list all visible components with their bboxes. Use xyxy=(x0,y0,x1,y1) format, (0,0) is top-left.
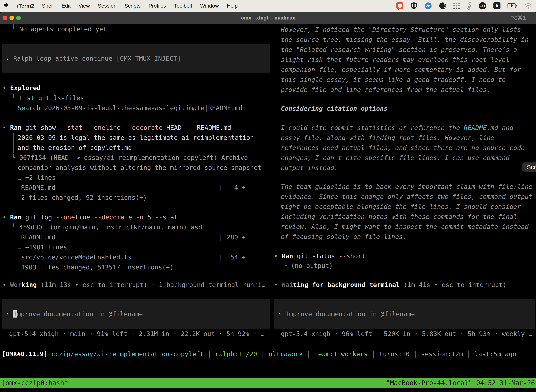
diffstat-summary: 1903 files changed, 513517 insertions(+) xyxy=(21,262,174,272)
menu-item-session[interactable]: Session xyxy=(98,3,117,9)
model-status-line-left: gpt-5.4 xhigh · main · 91% left · 2.31M … xyxy=(9,329,264,339)
bullet-icon: • xyxy=(274,252,282,260)
wifi-icon[interactable] xyxy=(524,3,532,9)
omx-version-badge: [OMX#0.11.9] xyxy=(2,350,48,358)
menu-item-iterm2[interactable]: iTerm2 xyxy=(17,3,34,9)
input-draft-text: mprove documentation in @filename xyxy=(17,310,143,317)
tree-corner: └ xyxy=(283,262,291,269)
reasoning-line: this single essay, it seems like a good … xyxy=(281,75,506,85)
ran-git-status-line: • Ran git status --short xyxy=(274,251,365,261)
reasoning-line: provide file and line references from th… xyxy=(281,85,490,95)
menu-status-icons: ..61 A xyxy=(396,2,532,10)
tree-corner: └ xyxy=(12,224,19,231)
prompt-input-left[interactable]: › Improve documentation in @filename xyxy=(2,299,270,329)
tree-guide xyxy=(13,133,14,153)
filename-wrap-line: 2026-03-09-is-legal-the-same-as-legitima… xyxy=(18,133,258,143)
reasoning-line: evidence. Since this change only affects… xyxy=(281,191,532,202)
reasoning-line: slight risk that future readers may over… xyxy=(281,55,509,65)
percent-badge-icon[interactable]: ..61 xyxy=(479,2,486,9)
diffstat-line: README.md| 4 + xyxy=(21,182,272,192)
menu-item-view[interactable]: View xyxy=(79,3,90,9)
reasoning-line: companion file, especially if more comme… xyxy=(281,65,521,75)
omx-team-workers: team:1 workers xyxy=(314,350,368,358)
pane-bottom-border-active xyxy=(0,344,272,344)
tmux-session-window[interactable]: [omx-cczip0:bash* xyxy=(1,378,68,388)
explored-line: • Explored xyxy=(2,83,41,93)
ralph-loop-banner[interactable]: › Ralph loop active continue [OMX_TMUX_I… xyxy=(2,44,270,73)
reasoning-line: output instead. xyxy=(281,163,338,173)
commit-line: └ 067f154 (HEAD -> essay/ai-reimplementa… xyxy=(12,153,248,163)
menu-item-window[interactable]: Window xyxy=(200,3,219,9)
assistant-app-icon[interactable]: A xyxy=(493,2,500,9)
menu-item-scripts[interactable]: Scripts xyxy=(124,3,141,9)
prompt-input-right[interactable]: › Improve documentation in @filename xyxy=(274,299,535,329)
more-lines-indicator[interactable]: … +2 lines xyxy=(18,173,56,182)
more-lines-indicator[interactable]: … +1901 lines xyxy=(18,242,67,252)
working-status-line: • Working (11m 13s • esc to interrupt) ·… xyxy=(2,280,266,290)
reasoning-heading: Considering citation options xyxy=(281,103,388,113)
tree-corner: └ xyxy=(12,94,19,102)
bullet-icon: • xyxy=(2,124,10,131)
input-draft-text: Improve documentation in @filename xyxy=(285,310,415,317)
filename-wrap-line: and-the-erosion-of-copyleft.md xyxy=(18,143,132,153)
tree-corner: └ xyxy=(12,154,19,161)
bullet-icon: • xyxy=(2,281,10,288)
bullet-icon: • xyxy=(2,214,10,221)
omx-session-time: session:12m xyxy=(421,350,463,358)
reasoning-line: However, I noticed the "Directory Struct… xyxy=(281,25,521,35)
readme-link[interactable]: README.md xyxy=(464,124,498,131)
dots-grid-icon[interactable] xyxy=(453,2,460,9)
window-shortcut-badge: ⌥⌘1 xyxy=(511,12,526,24)
menu-item-shell[interactable]: Shell xyxy=(42,3,54,9)
screen-share-overlay-button[interactable]: Scre xyxy=(522,163,536,172)
reasoning-line: I could cite commit statistics or refere… xyxy=(281,123,513,133)
messenger-icon[interactable] xyxy=(425,2,432,9)
bullet-icon: • xyxy=(274,281,282,288)
waiting-status-line: • Waiting for background terminal (1m 41… xyxy=(274,280,507,290)
window-title-bar: omx --xhigh --madmax ⌥⌘1 xyxy=(0,12,536,24)
squiggle-icon[interactable] xyxy=(467,2,472,10)
ralph-loop-text: Ralph loop active continue [OMX_TMUX_INJ… xyxy=(13,55,181,62)
omx-branch-path: cczip/essay/ai-reimplementation-copyleft xyxy=(51,350,204,358)
reasoning-line: references need actual files, and since … xyxy=(281,143,525,153)
model-status-line-right: gpt-5.4 xhigh · 96% left · 520K in · 5.8… xyxy=(281,329,532,339)
terminal-content: └ No agents completed yet › Ralph loop a… xyxy=(0,24,536,392)
no-agents-line: └ No agents completed yet xyxy=(12,24,107,34)
list-tool-line: └ List git ls-files xyxy=(12,93,84,103)
menu-item-help[interactable]: Help xyxy=(227,3,238,9)
shield-grid-icon[interactable] xyxy=(411,2,417,9)
diffstat-summary: 2 files changed, 92 insertions(+) xyxy=(21,192,147,202)
text-cursor: I xyxy=(13,310,17,317)
pane-bottom-border-inactive xyxy=(272,344,536,344)
search-tool-line: Search 2026-03-09-is-legal-the-same-as-l… xyxy=(18,103,243,113)
reasoning-line: The team guideline is to back every impo… xyxy=(281,182,532,191)
ran-git-log-line: • Ran git log --oneline --decorate -n 5 … xyxy=(2,212,178,222)
menu-item-edit[interactable]: Edit xyxy=(62,3,71,9)
omx-status-bar: [OMX#0.11.9] cczip/essay/ai-reimplementa… xyxy=(2,349,516,359)
reasoning-line: the source tree, missing the essay. Stil… xyxy=(281,35,529,45)
prompt-chevron-icon: › xyxy=(6,310,13,317)
pie-crescent-icon[interactable] xyxy=(439,2,446,9)
reasoning-line: changes, I can't cite specific file line… xyxy=(281,153,509,163)
omx-mode: ultrawork xyxy=(268,350,303,358)
menu-item-toolbelt[interactable]: Toolbelt xyxy=(174,3,192,9)
menu-item-profiles[interactable]: Profiles xyxy=(148,3,166,9)
omx-last-activity: last:5m ago xyxy=(474,350,516,358)
reasoning-line: including verification notes with those … xyxy=(281,212,517,222)
macos-menu-bar: iTerm2 Shell Edit View Session Scripts P… xyxy=(0,0,536,12)
omx-turns: turns:10 xyxy=(379,350,410,358)
reasoning-line: of focusing solely on file lines. xyxy=(281,232,407,242)
apple-menu-icon[interactable] xyxy=(4,3,9,9)
commit-line-wrap: companion analysis without altering the … xyxy=(18,163,262,173)
reasoning-line: might be acceptable alongside the file l… xyxy=(281,202,521,212)
reasoning-line: essay file, along with finding root file… xyxy=(281,133,494,143)
commit-line: └ 4b9d30f (origin/main, instructkr/main,… xyxy=(12,222,206,232)
window-title: omx --xhigh --madmax xyxy=(0,12,536,24)
left-pane: └ No agents completed yet › Ralph loop a… xyxy=(0,24,272,344)
reasoning-line: review. Also, I might want to inspect th… xyxy=(281,222,529,232)
chat-app-icon[interactable] xyxy=(396,2,403,9)
omx-ralph-counter: ralph:11/20 xyxy=(215,350,257,358)
battery-icon[interactable] xyxy=(507,3,517,9)
tmux-status-bar: [omx-cczip0:bash* "MacBook-Pro-44.local"… xyxy=(0,378,536,388)
no-output-line: └ (no output) xyxy=(283,261,333,271)
